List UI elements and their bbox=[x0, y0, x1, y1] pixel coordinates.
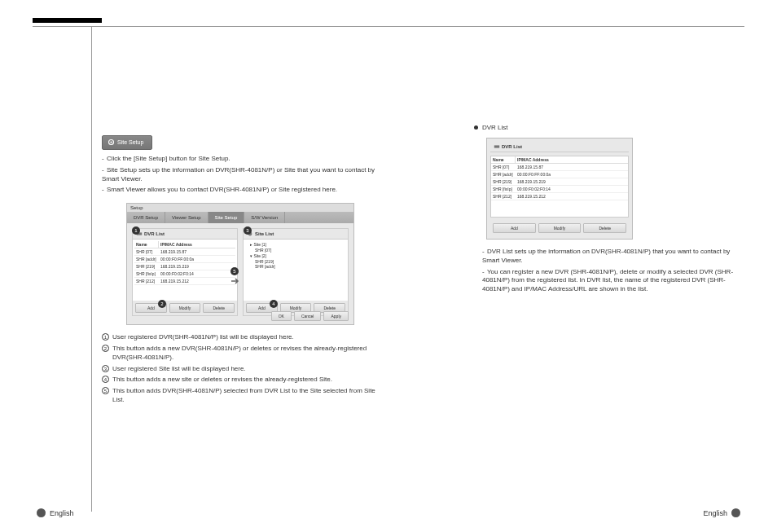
dialog-title: Setup bbox=[127, 204, 353, 212]
site-list-panel: Site List ▸ Site [1] SHR [07] ▾ Site [2]… bbox=[243, 228, 349, 316]
table-row: SHR [212]168.219.15.212 bbox=[134, 278, 235, 285]
tree-sub-item: SHR [addr] bbox=[245, 264, 346, 269]
delete-button: Delete bbox=[203, 303, 235, 313]
footer-label: English bbox=[50, 509, 74, 517]
right-column: DVR List DVR List NameIP/MAC Address SHR… bbox=[474, 124, 744, 297]
footer-label: English bbox=[703, 509, 727, 517]
page-number-circle bbox=[37, 508, 46, 517]
table-row: SHR [219]168.219.15.219 bbox=[134, 263, 235, 270]
tab-bar: DVR Setup Viewer Setup Site Setup S/W Ve… bbox=[127, 212, 353, 223]
footer-right: English bbox=[703, 508, 744, 517]
vertical-divider bbox=[91, 26, 92, 512]
setup-dialog-screenshot: Setup DVR Setup Viewer Setup Site Setup … bbox=[126, 203, 354, 325]
tree-item: ▾ Site [2] bbox=[245, 253, 346, 259]
header-divider bbox=[33, 26, 744, 27]
modify-button: Modify bbox=[169, 303, 201, 313]
delete-button: Delete bbox=[583, 223, 626, 233]
table-row: SHR [212]168.219.15.212 bbox=[491, 193, 628, 200]
cancel-button: Cancel bbox=[294, 311, 322, 321]
heading-text: DVR List bbox=[482, 124, 508, 131]
table-row: SHR [07]168.219.15.87 bbox=[134, 248, 235, 256]
legend-item: 5This button adds DVR(SHR-4081N/P) selec… bbox=[102, 387, 387, 405]
intro-text: Site Setup sets up the information on DV… bbox=[102, 166, 375, 182]
legend-item: 1User registered DVR(SHR-4081N/P) list w… bbox=[102, 333, 387, 342]
table-row: SHR [addr]00:00:F0:FF:00:0a bbox=[134, 256, 235, 263]
intro-text: Smart Viewer allows you to contact DVR(S… bbox=[107, 186, 337, 193]
dvr-icon bbox=[494, 143, 500, 150]
dvr-list-panel: DVR List NameIP/MAC Address SHR [07]168.… bbox=[132, 228, 238, 316]
dvr-list-buttons: Add Modify Delete bbox=[133, 301, 237, 315]
svg-point-1 bbox=[110, 141, 112, 143]
dvr-list-header: DVR List bbox=[490, 142, 629, 152]
table-row: SHR [219]168.219.15.219 bbox=[491, 178, 628, 186]
tab-site-setup: Site Setup bbox=[209, 212, 245, 223]
dvr-list-buttons: Add Modify Delete bbox=[490, 221, 629, 235]
table-row: SHR [07]168.219.15.87 bbox=[491, 164, 628, 171]
dialog-buttons: OK Cancel Apply bbox=[271, 311, 349, 321]
tree-item: ▸ Site [1] bbox=[245, 241, 346, 248]
header-accent-bar bbox=[33, 18, 102, 23]
site-list-header: Site List bbox=[244, 229, 348, 240]
ok-button: OK bbox=[271, 311, 292, 321]
table-row: SHR [addr]00:00:F0:FF:00:0a bbox=[491, 171, 628, 178]
modify-button: Modify bbox=[538, 223, 582, 233]
dvr-list-header: DVR List bbox=[133, 229, 237, 240]
table-row: SHR [fixIp]00:00:F0:02:F0:14 bbox=[491, 186, 628, 193]
dvr-list-screenshot: DVR List NameIP/MAC Address SHR [07]168.… bbox=[486, 138, 633, 240]
description-line: -You can register a new DVR (SHR-4081N/P… bbox=[474, 268, 744, 294]
table-header: NameIP/MAC Address bbox=[134, 241, 235, 248]
description-line: -DVR List sets up the information on DVR… bbox=[474, 248, 744, 266]
legend-item: 2This button adds a new DVR(SHR-4081N/P)… bbox=[102, 345, 387, 363]
footer-left: English bbox=[33, 508, 74, 517]
intro-line: -Smart Viewer allows you to contact DVR(… bbox=[102, 186, 387, 195]
tab-viewer-setup: Viewer Setup bbox=[165, 212, 209, 223]
table-row: SHR [fixIp]00:00:F0:02:F0:14 bbox=[134, 270, 235, 278]
intro-line: -Click the [Site Setup] button for Site … bbox=[102, 155, 387, 164]
section-heading: DVR List bbox=[474, 124, 744, 131]
left-column: Site Setup -Click the [Site Setup] butto… bbox=[102, 135, 387, 407]
table-header: NameIP/MAC Address bbox=[491, 156, 628, 164]
tab-dvr-setup: DVR Setup bbox=[127, 212, 165, 223]
legend-item: 4This button adds a new site or deletes … bbox=[102, 376, 387, 385]
move-arrow-icon bbox=[230, 277, 240, 285]
site-setup-button-depiction: Site Setup bbox=[102, 135, 152, 150]
svg-rect-4 bbox=[494, 145, 499, 147]
gear-icon bbox=[108, 138, 115, 147]
tab-sw-version: S/W Version bbox=[244, 212, 285, 223]
bullet-icon bbox=[474, 125, 478, 130]
legend-item: 3User registered Site list will be displ… bbox=[102, 365, 387, 374]
site-setup-button-label: Site Setup bbox=[117, 139, 143, 145]
page-number-circle bbox=[731, 508, 740, 517]
add-button: Add bbox=[493, 223, 536, 233]
apply-button: Apply bbox=[323, 311, 349, 321]
intro-text: Click the [Site Setup] button for Site S… bbox=[107, 155, 230, 162]
callout-legend: 1User registered DVR(SHR-4081N/P) list w… bbox=[102, 333, 387, 405]
intro-line: -Site Setup sets up the information on D… bbox=[102, 166, 387, 184]
